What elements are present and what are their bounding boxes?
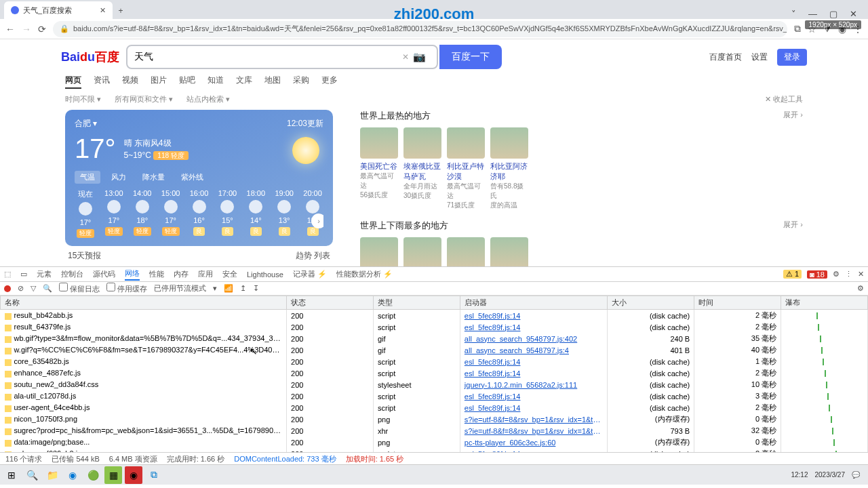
- camera-icon[interactable]: 📷: [413, 51, 426, 63]
- filter-icon[interactable]: ▽: [31, 284, 36, 293]
- notifications-icon[interactable]: 💬: [852, 471, 860, 479]
- app-icon[interactable]: ◉: [125, 466, 142, 484]
- wtab-temp[interactable]: 气温: [75, 171, 100, 184]
- vscode-icon[interactable]: ⧉: [145, 466, 163, 484]
- search-input[interactable]: [134, 52, 402, 62]
- reload-icon[interactable]: ⟳: [38, 24, 46, 35]
- forecast-15d[interactable]: 15天预报: [68, 250, 101, 262]
- throttle-select[interactable]: 已停用节流模式: [154, 283, 206, 293]
- clear-icon[interactable]: ⊘: [18, 284, 24, 293]
- side-card[interactable]: 夏威夷考艾岛: [447, 237, 485, 266]
- side-card[interactable]: 印度乞拉朋齐: [360, 237, 398, 266]
- table-row[interactable]: soutu_new2_dd3a84f.css200stylesheetjquer…: [1, 379, 868, 390]
- column-header[interactable]: 时间: [694, 296, 781, 310]
- download-icon[interactable]: ↧: [253, 284, 259, 293]
- search-button[interactable]: 百度一下: [439, 45, 502, 69]
- weather-city[interactable]: 合肥 ▾: [75, 118, 97, 129]
- menu-icon[interactable]: ⋮: [845, 270, 852, 279]
- dtab-console[interactable]: 控制台: [61, 269, 83, 279]
- side-card[interactable]: 埃塞俄比亚马萨瓦全年月雨达30摄氏度: [403, 127, 441, 210]
- baidu-logo[interactable]: Baidu百度: [61, 49, 119, 65]
- tab-zhidao[interactable]: 知道: [208, 75, 224, 89]
- chrome-icon[interactable]: 🟢: [84, 466, 102, 484]
- upload-icon[interactable]: ↥: [240, 284, 246, 293]
- throttle-dropdown-icon[interactable]: ▾: [213, 284, 217, 293]
- column-header[interactable]: 大小: [608, 296, 694, 310]
- table-row[interactable]: nicon_10750f3.png200pngs?ie=utf-8&f=8&rs…: [1, 413, 868, 425]
- maximize-icon[interactable]: ▢: [829, 9, 837, 19]
- system-tray[interactable]: 12:12 2023/3/27 💬: [791, 471, 865, 479]
- wtab-wind[interactable]: 风力: [106, 171, 132, 184]
- search-icon[interactable]: 🔍: [43, 284, 52, 293]
- wifi-icon[interactable]: 📶: [224, 284, 233, 293]
- new-tab-button[interactable]: +: [113, 3, 129, 19]
- dtab-network[interactable]: 网络: [125, 268, 140, 281]
- side-card[interactable]: 美国死亡谷最高气温可达56摄氏度: [360, 127, 398, 210]
- table-row[interactable]: result_bb42abb.js200scriptesl_5fec89f.js…: [1, 310, 868, 322]
- tab-wenku[interactable]: 文库: [236, 75, 252, 89]
- expand-link[interactable]: 展开 ›: [783, 220, 803, 232]
- tab-more[interactable]: 更多: [321, 75, 338, 89]
- wtab-uv[interactable]: 紫外线: [176, 171, 209, 184]
- chevron-down-icon[interactable]: ˅: [791, 9, 796, 19]
- forecast-toggle[interactable]: 趋势 列表: [296, 250, 330, 262]
- column-header[interactable]: 类型: [373, 296, 460, 310]
- table-row[interactable]: ala-util_c12078d.js200scriptesl_5fec89f.…: [1, 390, 868, 402]
- tab-image[interactable]: 图片: [151, 75, 167, 89]
- table-row[interactable]: w.gif?q=%CC%EC%C6%F8&fm=se&T=1679890327&…: [1, 344, 868, 356]
- close-icon[interactable]: ✕: [850, 9, 857, 19]
- table-row[interactable]: data:image/png;base...200pngpc-tts-playe…: [1, 436, 868, 448]
- side-card[interactable]: 利比亚卢特沙漠最高气温可达71摄氏度: [447, 127, 485, 210]
- dtab-recorder[interactable]: 记录器 ⚡: [293, 269, 327, 279]
- collapse-tools[interactable]: ✕ 收起工具: [765, 94, 803, 104]
- explorer-icon[interactable]: 📁: [43, 466, 61, 484]
- column-header[interactable]: 名称: [1, 296, 287, 310]
- tab-map[interactable]: 地图: [264, 75, 281, 89]
- column-header[interactable]: 状态: [287, 296, 374, 310]
- url-input[interactable]: 🔒 baidu.com/s?ie=utf-8&f=8&rsv_bp=1&rsv_…: [53, 21, 787, 37]
- table-row[interactable]: result_64379fe.js200scriptesl_5fec89f.js…: [1, 321, 868, 333]
- inspect-icon[interactable]: ⬚: [4, 270, 11, 279]
- dtab-memory[interactable]: 内存: [174, 269, 189, 279]
- wtab-rain[interactable]: 降水量: [137, 171, 170, 184]
- clear-icon[interactable]: ✕: [402, 52, 409, 62]
- gear-icon[interactable]: ⚙: [857, 284, 864, 293]
- column-header[interactable]: 瀑布: [781, 296, 868, 310]
- side-card[interactable]: 利比亚阿济济耶曾有58.8摄氏度的高温: [490, 127, 528, 210]
- tab-news[interactable]: 资讯: [94, 75, 110, 89]
- dtab-security[interactable]: 安全: [222, 269, 237, 279]
- column-header[interactable]: 启动器: [460, 296, 607, 310]
- table-row[interactable]: sugrec?prod=pc_his&from=pc_web&json=1&si…: [1, 425, 868, 436]
- preserve-log[interactable]: 保留日志: [59, 283, 100, 294]
- edge-icon[interactable]: ◉: [64, 466, 81, 484]
- filter-filetype[interactable]: 所有网页和文件 ▾: [115, 94, 173, 104]
- dtab-insights[interactable]: 性能数据分析 ⚡: [336, 269, 393, 279]
- login-button[interactable]: 登录: [777, 49, 807, 66]
- back-icon[interactable]: ←: [5, 24, 15, 35]
- table-row[interactable]: user-agent_64ce4bb.js200scriptesl_5fec89…: [1, 402, 868, 413]
- expand-link[interactable]: 展开 ›: [783, 110, 803, 122]
- app-icon[interactable]: ▦: [104, 466, 122, 484]
- record-icon[interactable]: [4, 285, 11, 292]
- browser-tab[interactable]: 天气_百度搜索 ✕: [4, 1, 113, 19]
- device-icon[interactable]: ▭: [20, 270, 27, 279]
- table-row[interactable]: enhance_4887efc.js200scriptesl_5fec89f.j…: [1, 367, 868, 379]
- next-icon[interactable]: ›: [311, 214, 323, 228]
- tab-web[interactable]: 网页: [65, 75, 81, 89]
- settings-link[interactable]: 设置: [751, 52, 768, 63]
- filter-time[interactable]: 时间不限 ▾: [65, 94, 101, 104]
- tab-tieba[interactable]: 贴吧: [179, 75, 195, 89]
- disable-cache[interactable]: 停用缓存: [106, 283, 147, 294]
- gear-icon[interactable]: ⚙: [833, 270, 840, 279]
- share-icon[interactable]: ⧉: [794, 23, 801, 35]
- table-row[interactable]: core_635482b.js200scriptesl_5fec89f.js:1…: [1, 356, 868, 367]
- filter-site[interactable]: 站点内检索 ▾: [186, 94, 230, 104]
- side-card[interactable]: 加拿大亨德森湖: [490, 237, 528, 266]
- warning-badge[interactable]: ⚠ 1: [783, 270, 802, 279]
- dtab-performance[interactable]: 性能: [149, 269, 164, 279]
- table-row[interactable]: wb.gif?type=3&fm=flow_monitor&data=%5B%7…: [1, 333, 868, 344]
- start-icon[interactable]: ⊞: [3, 466, 20, 484]
- tab-video[interactable]: 视频: [122, 75, 138, 89]
- baidu-home-link[interactable]: 百度首页: [709, 52, 742, 63]
- error-badge[interactable]: ◙ 18: [807, 270, 827, 279]
